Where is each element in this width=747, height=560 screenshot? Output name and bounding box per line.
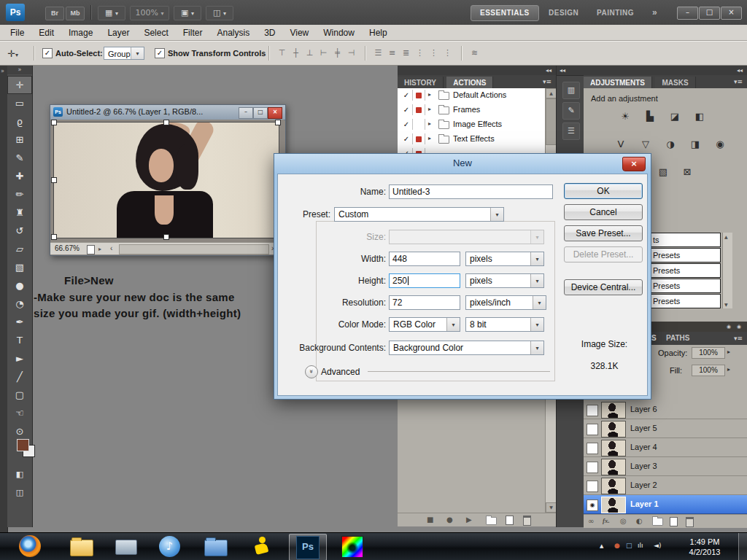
hue-saturation-icon[interactable]: ▽	[636, 136, 655, 152]
line-tool-icon[interactable]: ╱	[7, 368, 32, 386]
tray-app-icon-1[interactable]: ●	[614, 542, 620, 549]
align-vertical-centers-icon[interactable]: ┼	[290, 47, 302, 60]
opacity-stepper-icon[interactable]: ▸	[727, 349, 730, 355]
document-zoom-value[interactable]: 66.67%	[55, 243, 80, 254]
layer-thumbnail[interactable]	[601, 402, 626, 419]
new-action-set-icon[interactable]	[486, 517, 497, 525]
workspace-essentials[interactable]: ESSENTIALS	[471, 5, 539, 21]
visibility-toggle[interactable]	[587, 443, 598, 454]
type-tool-icon[interactable]: T	[7, 331, 32, 349]
align-left-edges-icon[interactable]: ⊢	[317, 47, 330, 60]
auto-align-layers-icon[interactable]: ≋	[468, 47, 481, 60]
bit-depth-dropdown[interactable]: 8 bit ▾	[465, 317, 544, 332]
history-brush-tool-icon[interactable]: ↺	[7, 222, 32, 240]
distribute-left-edges-icon[interactable]: ⋮	[414, 47, 426, 60]
tab-paths[interactable]: PATHS	[666, 332, 689, 345]
taskbar-clock[interactable]: 1:49 PM 4/2/2013	[677, 537, 732, 557]
foreground-color-swatch[interactable]	[17, 439, 29, 451]
expand-triangle-icon[interactable]: ▸	[428, 91, 431, 98]
action-dialog-toggle[interactable]	[413, 90, 425, 101]
layer-row[interactable]: Layer 2	[584, 476, 747, 495]
scroll-up-icon[interactable]: ▲	[724, 234, 728, 239]
screen-mode-icon[interactable]: ◫ ▾	[206, 6, 233, 20]
panel-menu-icon[interactable]: ▾≡	[734, 75, 743, 88]
expand-triangle-icon[interactable]: ▸	[428, 120, 431, 127]
visibility-toggle[interactable]	[587, 462, 598, 473]
close-button[interactable]: ×	[721, 7, 742, 20]
height-input[interactable]: 250	[389, 273, 460, 288]
layer-thumbnail[interactable]	[601, 421, 626, 438]
menu-edit[interactable]: Edit	[31, 28, 61, 38]
menu-window[interactable]: Window	[316, 28, 362, 38]
view-extras-icon[interactable]: ▦ ▾	[98, 6, 125, 20]
panel-collapse-icon[interactable]: ◂◂	[560, 66, 565, 75]
cancel-button[interactable]: Cancel	[564, 204, 643, 220]
layer-row[interactable]: Layer 4	[584, 438, 747, 457]
minimize-button[interactable]: –	[677, 7, 698, 20]
taskbar-folder-icon[interactable]	[70, 540, 93, 556]
tray-app-icon-2[interactable]: □	[626, 542, 632, 549]
delete-layer-icon[interactable]	[686, 517, 694, 527]
distribute-right-edges-icon[interactable]: ⋮	[441, 47, 454, 60]
distribute-bottom-edges-icon[interactable]: ≣	[400, 47, 412, 60]
menu-view[interactable]: View	[282, 28, 316, 38]
tray-network-icon[interactable]: ılı	[638, 542, 643, 549]
preset-dropdown[interactable]: Custom ▾	[334, 207, 504, 222]
resolution-unit-dropdown[interactable]: pixels/inch ▾	[465, 295, 546, 310]
expand-triangle-icon[interactable]: ▸	[428, 135, 431, 141]
layer-row-selected[interactable]: ◉ Layer 1	[584, 495, 747, 514]
zoom-tool-icon[interactable]: ⊙	[7, 422, 32, 440]
show-transform-checkbox[interactable]: ✓	[155, 48, 165, 58]
transform-handle[interactable]	[51, 120, 57, 125]
clip-to-layer-icon[interactable]: ◉	[727, 324, 731, 330]
transform-handle[interactable]	[51, 177, 57, 183]
menu-analysis[interactable]: Analysis	[209, 28, 257, 38]
layer-thumbnail[interactable]	[601, 459, 626, 475]
new-group-icon[interactable]	[652, 518, 663, 526]
vibrance-icon[interactable]: V	[611, 136, 630, 152]
taskbar-firefox-icon[interactable]	[19, 535, 41, 557]
action-check-icon[interactable]: ✓	[400, 90, 413, 101]
delete-action-icon[interactable]	[523, 516, 531, 526]
launch-bridge-button[interactable]: Br	[45, 7, 64, 20]
fill-value[interactable]: 100%	[692, 365, 725, 376]
crop-tool-icon[interactable]: ⊞	[7, 131, 32, 149]
document-canvas[interactable]	[50, 120, 284, 242]
transform-handle[interactable]	[51, 234, 57, 240]
switch-view-icon[interactable]: ◉	[737, 324, 741, 330]
arrange-documents-icon[interactable]: ▣ ▾	[174, 6, 201, 20]
black-and-white-icon[interactable]: ◨	[686, 136, 705, 152]
taskbar-gradient-app-icon[interactable]	[341, 536, 363, 558]
align-right-edges-icon[interactable]: ⊣	[345, 47, 357, 60]
layer-row[interactable]: Layer 5	[584, 419, 747, 438]
collapsed-panel-icon-2[interactable]: ✎	[562, 102, 580, 120]
clone-stamp-tool-icon[interactable]: ♜	[7, 203, 32, 222]
document-window[interactable]: Ps Untitled-2 @ 66.7% (Layer 1, RGB/8...…	[50, 104, 286, 256]
action-row[interactable]: ✓ ▸ Default Actions	[398, 88, 545, 104]
transform-handle[interactable]	[163, 234, 169, 240]
resolution-input[interactable]: 72	[389, 295, 460, 310]
workspace-overflow-chevron[interactable]: »	[652, 7, 657, 18]
layer-thumbnail[interactable]	[601, 440, 626, 456]
eraser-tool-icon[interactable]: ▱	[7, 240, 32, 258]
layer-row[interactable]: Layer 6	[584, 400, 747, 419]
scrollbar-thumb[interactable]	[546, 98, 557, 145]
presets-scrollbar[interactable]: ▲ ▼	[722, 233, 732, 308]
taskbar-computer-icon[interactable]	[115, 540, 137, 555]
taskbar-documents-icon[interactable]	[204, 540, 228, 556]
zoom-level-control[interactable]: 100% ▾	[130, 6, 169, 20]
menu-3d[interactable]: 3D	[257, 28, 282, 38]
restore-button[interactable]: □	[699, 7, 720, 20]
action-row[interactable]: ✓ ▸ Frames	[398, 103, 545, 118]
distribute-horizontal-centers-icon[interactable]: ⋮	[427, 47, 440, 60]
levels-icon[interactable]: ▙	[640, 109, 659, 125]
exposure-icon[interactable]: ◧	[690, 109, 709, 125]
ok-button[interactable]: OK	[564, 183, 643, 199]
advanced-expand-icon[interactable]: »	[305, 365, 318, 378]
invert-icon[interactable]: ⊠	[678, 164, 697, 180]
save-preset-button[interactable]: Save Preset...	[564, 225, 643, 241]
collapsed-panel-icon-1[interactable]: ▥	[562, 82, 580, 99]
pen-tool-icon[interactable]: ✒	[7, 313, 32, 331]
layer-style-icon[interactable]: fx.	[603, 515, 610, 527]
visibility-toggle[interactable]	[587, 481, 598, 492]
